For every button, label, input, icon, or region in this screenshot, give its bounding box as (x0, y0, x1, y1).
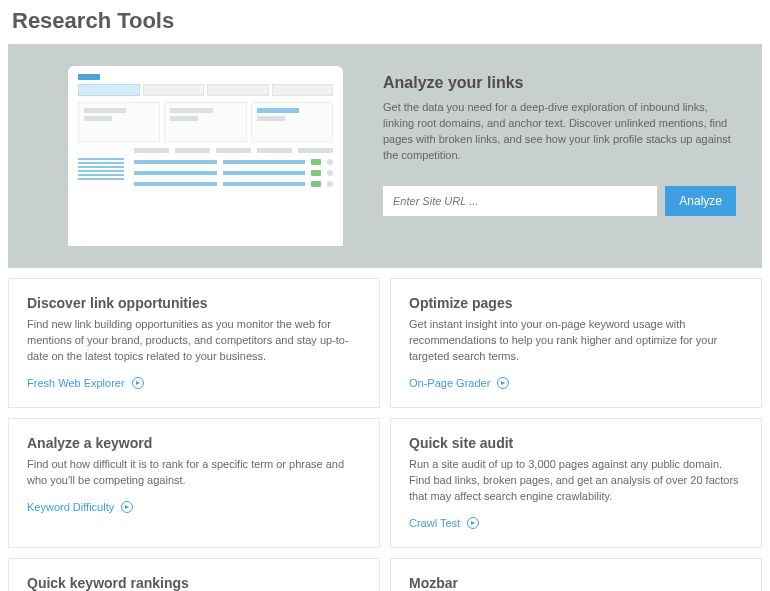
hero-body: Get the data you need for a deep-dive ex… (383, 100, 736, 164)
analyze-form: Analyze (383, 186, 736, 216)
hero-panel: Analyze your links Get the data you need… (8, 44, 762, 268)
card-title: Quick keyword rankings (27, 575, 361, 591)
page-title: Research Tools (12, 8, 762, 34)
crawl-test-link[interactable]: Crawl Test (409, 517, 460, 529)
card-discover-link-opportunities: Discover link opportunities Find new lin… (8, 278, 380, 408)
fresh-web-explorer-link[interactable]: Fresh Web Explorer (27, 377, 125, 389)
tools-grid: Discover link opportunities Find new lin… (8, 278, 762, 591)
arrow-circle-icon (467, 517, 479, 529)
card-title: Analyze a keyword (27, 435, 361, 451)
card-mozbar: Mozbar Examine and analyze important sea… (390, 558, 762, 591)
product-mockup-illustration (68, 66, 343, 246)
analyze-button[interactable]: Analyze (665, 186, 736, 216)
card-title: Optimize pages (409, 295, 743, 311)
card-analyze-keyword: Analyze a keyword Find out how difficult… (8, 418, 380, 548)
card-body: Get instant insight into your on-page ke… (409, 317, 743, 365)
card-body: Run a site audit of up to 3,000 pages ag… (409, 457, 743, 505)
card-title: Quick site audit (409, 435, 743, 451)
hero-heading: Analyze your links (383, 74, 736, 92)
card-quick-site-audit: Quick site audit Run a site audit of up … (390, 418, 762, 548)
arrow-circle-icon (497, 377, 509, 389)
site-url-input[interactable] (383, 186, 657, 216)
on-page-grader-link[interactable]: On-Page Grader (409, 377, 490, 389)
card-quick-keyword-rankings: Quick keyword rankings Track keywords ov… (8, 558, 380, 591)
arrow-circle-icon (121, 501, 133, 513)
card-title: Discover link opportunities (27, 295, 361, 311)
keyword-difficulty-link[interactable]: Keyword Difficulty (27, 501, 114, 513)
card-body: Find new link building opportunities as … (27, 317, 361, 365)
arrow-circle-icon (132, 377, 144, 389)
card-title: Mozbar (409, 575, 743, 591)
card-optimize-pages: Optimize pages Get instant insight into … (390, 278, 762, 408)
card-body: Find out how difficult it is to rank for… (27, 457, 361, 489)
